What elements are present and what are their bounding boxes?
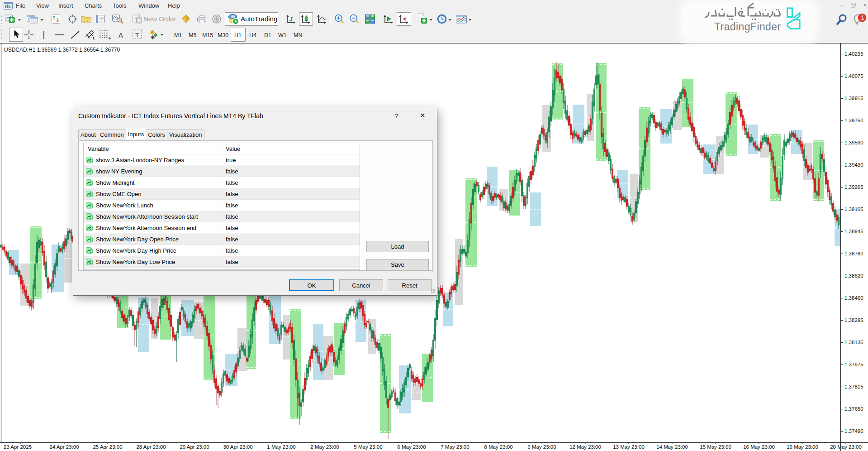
svg-text:1.39750: 1.39750	[844, 118, 863, 123]
svg-text:USDCAD,H1 1.36569 1.36772 1.3: USDCAD,H1 1.36569 1.36772 1.36554 1.3677…	[4, 47, 120, 53]
svg-text:19 May 23:00: 19 May 23:00	[787, 444, 818, 450]
svg-text:14 May 23:00: 14 May 23:00	[656, 444, 688, 450]
svg-text:24 Apr 23:00: 24 Apr 23:00	[49, 444, 79, 450]
svg-text:1.37650: 1.37650	[844, 406, 863, 412]
svg-text:9 May 23:00: 9 May 23:00	[527, 444, 556, 450]
svg-text:1.37490: 1.37490	[844, 428, 863, 434]
svg-text:1: 1	[861, 14, 864, 21]
svg-text:1.38460: 1.38460	[844, 295, 863, 301]
svg-text:1 May 23:00: 1 May 23:00	[267, 444, 295, 450]
svg-text:25 Apr 23:00: 25 Apr 23:00	[93, 444, 122, 450]
svg-text:T: T	[135, 32, 139, 38]
svg-text:23 Apr 2025: 23 Apr 2025	[4, 444, 32, 450]
svg-text:28 Apr 23:00: 28 Apr 23:00	[136, 444, 166, 450]
svg-text:E: E	[93, 36, 95, 40]
svg-text:1.40235: 1.40235	[844, 51, 863, 57]
svg-text:2 May 23:00: 2 May 23:00	[310, 444, 339, 450]
svg-text:29 Apr 23:00: 29 Apr 23:00	[180, 444, 209, 450]
svg-text:1.38945: 1.38945	[844, 229, 863, 234]
svg-text:TradingFinder: TradingFinder	[714, 21, 781, 33]
svg-text:1.40075: 1.40075	[844, 73, 863, 79]
svg-text:1.37975: 1.37975	[844, 362, 863, 367]
svg-text:1.39265: 1.39265	[844, 184, 863, 190]
svg-text:16 May 23:00: 16 May 23:00	[743, 444, 775, 450]
svg-text:1.38780: 1.38780	[844, 251, 863, 256]
svg-text:7 May 23:00: 7 May 23:00	[441, 444, 469, 450]
svg-text:A: A	[119, 31, 123, 39]
svg-text:1.39590: 1.39590	[844, 140, 863, 145]
svg-text:1.38620: 1.38620	[844, 273, 863, 278]
svg-text:1.39430: 1.39430	[844, 162, 863, 168]
svg-text:20 May 23:00: 20 May 23:00	[830, 444, 862, 450]
svg-text:F: F	[109, 36, 111, 40]
svg-text:1.39105: 1.39105	[844, 206, 863, 212]
svg-text:5 May 23:00: 5 May 23:00	[354, 444, 382, 450]
svg-text:30 Apr 23:00: 30 Apr 23:00	[223, 444, 252, 450]
svg-text:1.38295: 1.38295	[844, 317, 863, 323]
svg-text:1.37815: 1.37815	[844, 384, 863, 389]
svg-text:8 May 23:00: 8 May 23:00	[484, 444, 512, 450]
svg-text:15 May 23:00: 15 May 23:00	[700, 444, 731, 450]
svg-text:1.39915: 1.39915	[844, 96, 863, 101]
svg-text:13 May 23:00: 13 May 23:00	[613, 444, 645, 450]
svg-text:12 May 23:00: 12 May 23:00	[569, 444, 601, 450]
svg-text:6 May 23:00: 6 May 23:00	[397, 444, 426, 450]
svg-text:1.38135: 1.38135	[844, 340, 863, 345]
